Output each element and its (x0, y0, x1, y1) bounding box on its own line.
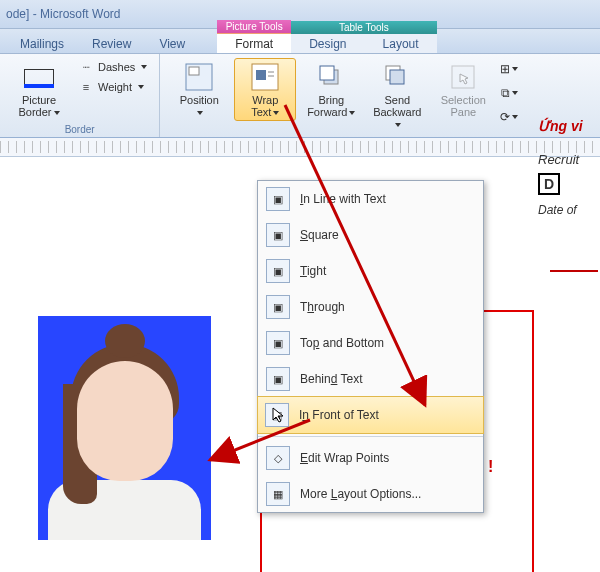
bring-forward-button[interactable]: BringForward (300, 58, 362, 121)
wrap-text-button[interactable]: WrapText (234, 58, 296, 121)
window-title: ode] - Microsoft Word (6, 7, 120, 21)
group-arrange: Position WrapText BringForward SendBackw… (160, 54, 528, 137)
menu-top-and-bottom[interactable]: ▣Top and Bottom (258, 325, 483, 361)
group-border: PictureBorder ┈Dashes ≡Weight Border (0, 54, 160, 137)
menu-tight[interactable]: ▣Tight (258, 253, 483, 289)
group-border-label: Border (8, 122, 151, 135)
behind-icon: ▣ (266, 367, 290, 391)
table-tools-context: Table Tools Design Layout (291, 21, 436, 53)
recruit-text: Recruit (538, 152, 598, 167)
through-icon: ▣ (266, 295, 290, 319)
picture-tools-label: Picture Tools (217, 20, 291, 33)
position-button[interactable]: Position (168, 58, 230, 121)
photo-face (77, 361, 173, 481)
bring-forward-icon (315, 61, 347, 93)
photo-bun (105, 324, 145, 358)
svg-rect-3 (256, 70, 266, 80)
wrap-text-icon (249, 61, 281, 93)
selection-pane-icon (447, 61, 479, 93)
menu-through[interactable]: ▣Through (258, 289, 483, 325)
pencil-icon (23, 61, 55, 93)
send-backward-icon (381, 61, 413, 93)
tight-icon: ▣ (266, 259, 290, 283)
menu-more-layout-options[interactable]: ▦More Layout Options... (258, 476, 483, 512)
ribbon-tabs: Mailings Review View Picture Tools Forma… (0, 29, 600, 54)
align-button[interactable]: ⊞ (500, 60, 518, 78)
ribbon: PictureBorder ┈Dashes ≡Weight Border Pos… (0, 54, 600, 138)
wrap-text-menu: ▣In Line with Text ▣Square ▣Tight ▣Throu… (257, 180, 484, 513)
cursor-icon (271, 406, 289, 424)
position-icon (183, 61, 215, 93)
tab-layout[interactable]: Layout (365, 34, 437, 53)
more-layout-icon: ▦ (266, 482, 290, 506)
picture-tools-context: Picture Tools Format (217, 20, 291, 53)
badge-text: D (538, 173, 560, 195)
heading-text: Ứng vi (538, 118, 598, 134)
tab-review[interactable]: Review (78, 34, 145, 53)
group-button[interactable]: ⧉ (500, 84, 518, 102)
square-icon: ▣ (266, 223, 290, 247)
weight-icon: ≡ (78, 79, 94, 95)
menu-in-line-with-text[interactable]: ▣In Line with Text (258, 181, 483, 217)
red-underline (550, 270, 598, 272)
svg-rect-7 (320, 66, 334, 80)
tab-design[interactable]: Design (291, 34, 364, 53)
selection-pane-button[interactable]: SelectionPane (432, 58, 494, 121)
menu-behind-text[interactable]: ▣Behind Text (258, 361, 483, 397)
tab-format[interactable]: Format (217, 33, 291, 53)
menu-separator (258, 436, 483, 437)
weight-button[interactable]: ≡Weight (74, 78, 151, 96)
exclaim-text: ! (488, 458, 493, 476)
tab-view[interactable]: View (145, 34, 199, 53)
arrange-tools: ⊞ ⧉ ⟳ (498, 58, 520, 128)
side-text-block: Ứng vi Recruit D Date of (538, 118, 598, 217)
menu-in-front-of-text[interactable]: ▣In Front of Text (257, 396, 484, 434)
inserted-photo[interactable] (38, 316, 211, 540)
picture-border-button[interactable]: PictureBorder (8, 58, 70, 121)
table-tools-label: Table Tools (291, 21, 436, 34)
dashes-button[interactable]: ┈Dashes (74, 58, 151, 76)
dashes-icon: ┈ (78, 59, 94, 75)
date-text: Date of (538, 203, 598, 217)
menu-square[interactable]: ▣Square (258, 217, 483, 253)
svg-rect-9 (390, 70, 404, 84)
in-line-icon: ▣ (266, 187, 290, 211)
svg-rect-1 (189, 67, 199, 75)
ruler[interactable] (0, 138, 600, 157)
rotate-button[interactable]: ⟳ (500, 108, 518, 126)
menu-edit-wrap-points[interactable]: ◇Edit Wrap Points (258, 440, 483, 476)
picture-border-label: PictureBorder (18, 94, 59, 118)
send-backward-button[interactable]: SendBackward (366, 58, 428, 133)
edit-points-icon: ◇ (266, 446, 290, 470)
top-bottom-icon: ▣ (266, 331, 290, 355)
tab-mailings[interactable]: Mailings (6, 34, 78, 53)
